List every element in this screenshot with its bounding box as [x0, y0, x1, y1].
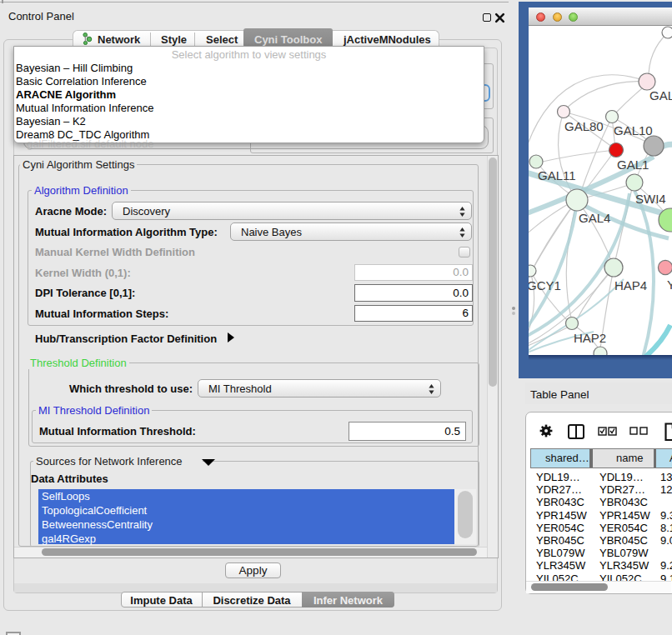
- svg-text:GAL11: GAL11: [538, 168, 576, 182]
- svg-text:GAL8: GAL8: [649, 88, 672, 102]
- svg-text:HAP4: HAP4: [614, 278, 647, 292]
- svg-text:GAL10: GAL10: [614, 123, 653, 138]
- svg-text:HAP2: HAP2: [574, 331, 606, 345]
- svg-text:GCY1: GCY1: [529, 278, 561, 292]
- svg-text:YM: YM: [667, 278, 672, 292]
- svg-text:SWI4: SWI4: [635, 192, 666, 206]
- svg-text:GAL4: GAL4: [579, 211, 610, 225]
- svg-text:GAL1: GAL1: [617, 158, 649, 172]
- svg-text:GAL80: GAL80: [564, 119, 604, 133]
